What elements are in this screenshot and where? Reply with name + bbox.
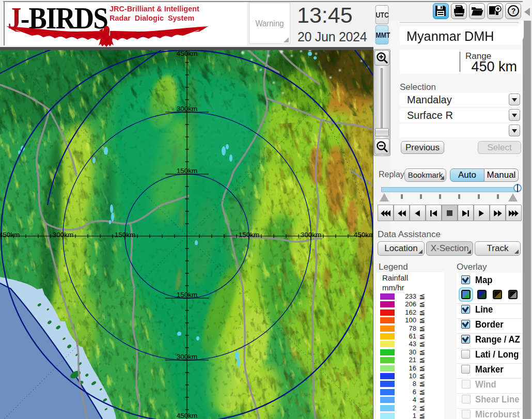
svg-text:150km: 150km	[177, 167, 198, 175]
svg-text:450km: 450km	[177, 412, 198, 419]
svg-text:300km: 300km	[301, 231, 322, 239]
svg-text:300km: 300km	[177, 105, 198, 113]
svg-text:300km: 300km	[177, 353, 198, 361]
svg-text:450km: 450km	[0, 231, 20, 239]
svg-text:300km: 300km	[53, 231, 74, 239]
svg-text:150km: 150km	[239, 231, 260, 239]
svg-text:150km: 150km	[115, 231, 136, 239]
svg-text:?: ?	[511, 7, 515, 15]
svg-text:450km: 450km	[354, 231, 373, 239]
svg-text:150km: 150km	[177, 291, 198, 299]
svg-text:450km: 450km	[177, 50, 198, 57]
